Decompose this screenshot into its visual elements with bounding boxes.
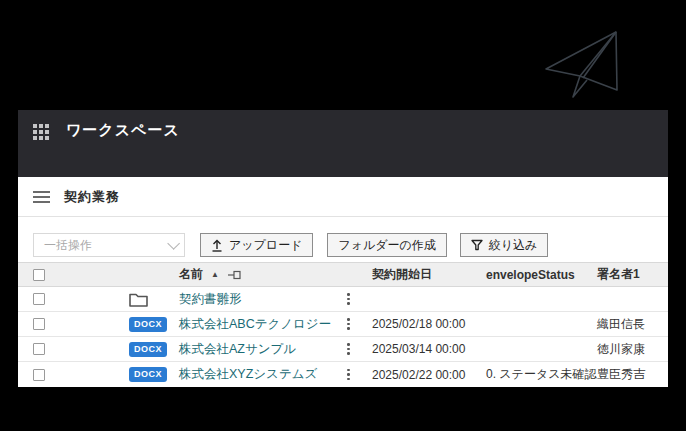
table-row: DOCX 株式会社XYZシステムズ 2025/02/22 00:00 0. ステ…	[18, 362, 668, 387]
table-row: DOCX 株式会社AZサンプル 2025/03/14 00:00 徳川家康	[18, 337, 668, 362]
select-all-checkbox[interactable]	[33, 269, 45, 281]
start-date-value: 2025/02/18 00:00	[372, 317, 465, 331]
app-title: ワークスペース	[66, 121, 180, 140]
document-link[interactable]: 株式会社ABCテクノロジー	[179, 316, 331, 333]
filter-button-label: 絞り込み	[489, 237, 538, 254]
screen: { "app": { "title": "ワークスペース", "section"…	[0, 0, 686, 431]
row-menu-kebab-icon[interactable]	[345, 315, 352, 333]
paper-airplane-sketch	[540, 24, 625, 102]
upload-icon	[211, 239, 223, 252]
column-name-label: 名前	[179, 266, 203, 283]
menu-hamburger-icon[interactable]	[33, 188, 50, 206]
column-header-envelope-status[interactable]: envelopeStatus	[486, 268, 597, 282]
bulk-action-select[interactable]: 一括操作	[33, 233, 185, 257]
create-folder-button[interactable]: フォルダーの作成	[327, 233, 446, 257]
bulk-action-placeholder: 一括操作	[44, 237, 92, 254]
column-header-start-date[interactable]: 契約開始日	[372, 266, 486, 283]
row-checkbox[interactable]	[33, 293, 45, 305]
row-menu-kebab-icon[interactable]	[345, 340, 352, 358]
app-header: ワークスペース	[18, 110, 668, 177]
app-launcher-grid-icon[interactable]	[33, 124, 49, 140]
signer1-value: 織田信長	[597, 316, 645, 333]
row-checkbox[interactable]	[33, 343, 45, 355]
filter-funnel-icon	[471, 239, 483, 251]
column-header-name[interactable]: 名前 ▲	[114, 266, 343, 283]
docx-badge: DOCX	[129, 367, 167, 382]
column-header-signer1[interactable]: 署名者1	[597, 266, 668, 283]
row-checkbox[interactable]	[33, 369, 45, 381]
toolbar: 一括操作 アップロード フォルダーの作成 絞り込み	[18, 217, 668, 262]
sort-ascending-icon[interactable]: ▲	[211, 271, 219, 279]
chevron-down-icon	[167, 237, 180, 250]
column-signer1-label: 署名者1	[597, 266, 640, 283]
filter-button[interactable]: 絞り込み	[460, 233, 549, 257]
start-date-value: 2025/02/22 00:00	[372, 368, 465, 382]
row-checkbox[interactable]	[33, 318, 45, 330]
docx-badge: DOCX	[129, 342, 167, 357]
folder-link[interactable]: 契約書雛形	[179, 291, 242, 308]
table-row: 契約書雛形	[18, 287, 668, 312]
start-date-value: 2025/03/14 00:00	[372, 342, 465, 356]
section-header: 契約業務	[18, 177, 668, 217]
signer1-value: 徳川家康	[597, 341, 645, 358]
pin-column-icon[interactable]	[228, 270, 241, 280]
row-menu-kebab-icon[interactable]	[345, 365, 352, 383]
header-checkbox-cell	[18, 269, 114, 281]
document-link[interactable]: 株式会社XYZシステムズ	[179, 366, 317, 383]
upload-button[interactable]: アップロード	[200, 233, 313, 257]
envelope-status-value: 0. ステータス未確認	[486, 366, 596, 383]
column-start-date-label: 契約開始日	[372, 266, 432, 283]
signer1-value: 豊臣秀吉	[597, 366, 645, 383]
section-title: 契約業務	[64, 188, 120, 206]
table-row: DOCX 株式会社ABCテクノロジー 2025/02/18 00:00 織田信長	[18, 312, 668, 337]
docx-badge: DOCX	[129, 317, 167, 332]
upload-button-label: アップロード	[229, 237, 302, 254]
create-folder-label: フォルダーの作成	[338, 237, 435, 254]
row-menu-kebab-icon[interactable]	[345, 290, 352, 308]
document-link[interactable]: 株式会社AZサンプル	[179, 341, 296, 358]
table-header: 名前 ▲ 契約開始日 envelopeStatus 署名者1	[18, 262, 668, 287]
workspace-window: ワークスペース 契約業務 一括操作 アップロード フォルダーの作成	[18, 110, 668, 387]
column-envelope-status-label: envelopeStatus	[486, 268, 575, 282]
folder-icon	[129, 292, 148, 307]
